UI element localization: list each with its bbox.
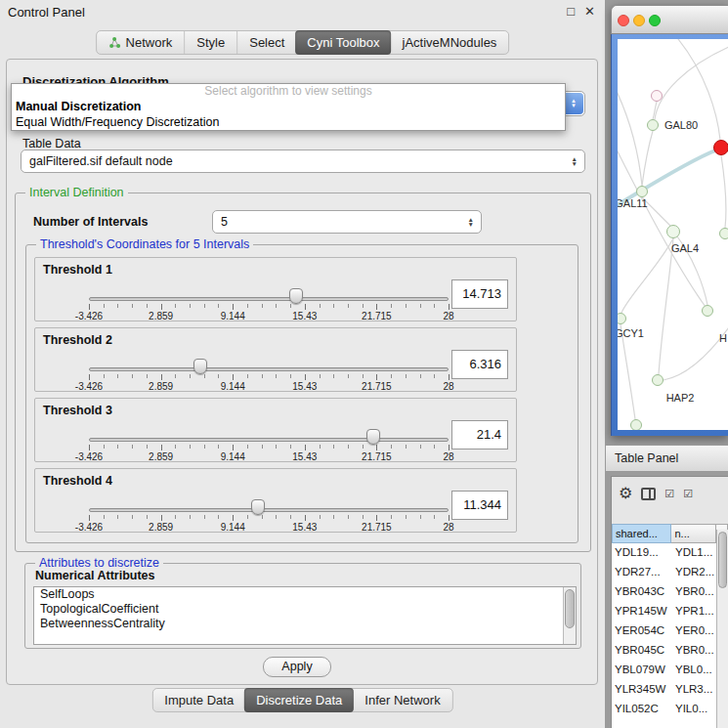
table-row[interactable]: YDR27... YDR2... (612, 563, 717, 582)
scale-label: 28 (443, 381, 453, 392)
table-row[interactable]: YPR145W YPR1... (612, 602, 717, 621)
network-node[interactable] (651, 90, 663, 102)
scale-label: 2.859 (149, 451, 173, 462)
table-cell-name: YER0... (672, 621, 717, 641)
top-tab-bar: NetworkStyleSelectCyni ToolboxjActiveMNo… (96, 30, 510, 55)
network-canvas[interactable]: GAL80GAL11GAL4GCY1HAP2H (618, 39, 728, 430)
zoom-traffic-icon[interactable] (649, 15, 661, 26)
tab-label: Discretize Data (256, 693, 342, 707)
number-of-intervals-label: Number of Intervals (33, 215, 148, 229)
network-node[interactable] (636, 186, 648, 197)
threshold-slider[interactable]: -3.4262.8599.14415.4321.71528 (89, 469, 449, 534)
stepper-down-icon: ▼ (468, 222, 474, 227)
tab-label: Network (126, 35, 173, 50)
close-traffic-icon[interactable] (618, 15, 629, 26)
slider-ticks (89, 304, 449, 311)
slider-thumb[interactable] (366, 429, 380, 445)
combo-stepper-icon[interactable]: ▲ ▼ (564, 93, 583, 114)
scrollbar-thumb[interactable] (565, 589, 575, 628)
algorithm-option[interactable]: Manual Discretization (12, 99, 565, 114)
table-row[interactable]: YER054C YER0... (612, 621, 717, 641)
combo-stepper-icon[interactable]: ▲ ▼ (572, 156, 578, 166)
tab-style[interactable]: Style (184, 31, 236, 54)
threshold-panel: Threshold 2 -3.4262.8599.14415.4321.7152… (34, 327, 517, 392)
threshold-slider[interactable]: -3.4262.8599.14415.4321.71528 (89, 258, 449, 322)
slider-scale: -3.4262.8599.14415.4321.71528 (89, 381, 449, 392)
scale-label: 9.144 (221, 522, 245, 533)
network-node[interactable] (630, 419, 642, 430)
select-column-checkbox-icon[interactable]: ☑ (683, 488, 693, 499)
table-column-headers: shared... n... (612, 524, 728, 543)
table-scrollbar[interactable] (716, 530, 728, 728)
table-row[interactable]: YBR045C YBR0... (612, 641, 717, 661)
slider-thumb[interactable] (289, 288, 303, 304)
tab-impute-data[interactable]: Impute Data (152, 689, 245, 711)
network-node[interactable] (702, 305, 713, 317)
threshold-value-field[interactable]: 14.713 (451, 279, 508, 309)
popup-options: Manual DiscretizationEqual Width/Frequen… (12, 99, 565, 130)
tab-select[interactable]: Select (236, 31, 296, 54)
threshold-value-field[interactable]: 21.4 (451, 420, 508, 450)
table-row[interactable]: YIL052C YIL0... (612, 700, 717, 719)
table-cell-name: YDL1... (672, 543, 717, 563)
slider-track[interactable] (89, 297, 449, 301)
network-node[interactable] (647, 119, 659, 131)
control-panel-window: Control Panel □ ✕ NetworkStyleSelectCyni… (0, 0, 605, 728)
table-row[interactable]: YDL19... YDL1... (612, 543, 717, 563)
tab-label: Style (196, 35, 225, 50)
gear-icon[interactable]: ⚙ (619, 486, 632, 501)
algorithm-option[interactable]: Equal Width/Frequency Discretization (12, 114, 565, 130)
slider-track[interactable] (89, 438, 449, 442)
attribute-item[interactable]: BetweennessCentrality (34, 617, 576, 631)
table-cell-name: YBR0... (672, 641, 717, 661)
network-window-titlebar[interactable] (611, 5, 728, 34)
table-data-combo[interactable]: galFiltered.sif default node ▲ ▼ (21, 150, 585, 173)
column-header-shared-name[interactable]: shared... (612, 524, 671, 543)
threshold-panel: Threshold 1 -3.4262.8599.14415.4321.7152… (34, 257, 517, 321)
table-cell-name: YPR1... (672, 602, 717, 621)
columns-icon[interactable] (641, 488, 656, 500)
scale-label: 2.859 (149, 522, 173, 533)
threshold-value-field[interactable]: 6.316 (451, 350, 508, 379)
attribute-item[interactable]: SelfLoops (34, 587, 576, 602)
slider-thumb[interactable] (251, 499, 265, 515)
network-node[interactable] (719, 228, 728, 239)
minimize-traffic-icon[interactable] (633, 15, 645, 26)
threshold-slider[interactable]: -3.4262.8599.14415.4321.71528 (89, 328, 449, 393)
network-node[interactable] (713, 140, 728, 155)
slider-track[interactable] (89, 508, 449, 512)
table-panel-title: Table Panel (615, 451, 678, 465)
scrollbar-thumb[interactable] (718, 532, 727, 588)
table-row[interactable]: YLR345W YLR3... (612, 680, 717, 700)
slider-track[interactable] (89, 367, 449, 371)
network-view-window: GAL80GAL11GAL4GCY1HAP2H (611, 5, 728, 436)
scale-label: 21.715 (362, 311, 392, 321)
threshold-slider[interactable]: -3.4262.8599.14415.4321.71528 (89, 399, 449, 463)
scale-label: 15.43 (292, 522, 317, 533)
thresholds-group-title: Threshold's Coordinates for 5 Intervals (36, 237, 253, 251)
attributes-scrollbar[interactable] (563, 587, 576, 644)
scale-label: 15.43 (292, 381, 317, 392)
threshold-value-field[interactable]: 11.344 (451, 491, 508, 520)
tab-label: Select (249, 35, 284, 50)
column-header-name[interactable]: n... (671, 524, 716, 543)
tab-cyni-toolbox[interactable]: Cyni Toolbox (295, 30, 391, 55)
tab-infer-network[interactable]: Infer Network (353, 689, 451, 711)
attribute-item[interactable]: TopologicalCoefficient (34, 602, 576, 617)
select-all-checkbox-icon[interactable]: ☑ (664, 488, 674, 499)
network-node[interactable] (652, 374, 664, 386)
number-of-intervals-combo[interactable]: 5 ▲ ▼ (212, 210, 482, 234)
tab-network[interactable]: Network (97, 31, 185, 54)
float-window-icon[interactable]: □ (567, 4, 575, 20)
table-row[interactable]: YBR043C YBR0... (612, 582, 717, 602)
combo-stepper-icon[interactable]: ▲ ▼ (468, 217, 474, 227)
network-node[interactable] (666, 225, 680, 238)
table-row[interactable]: YBL079W YBL0... (612, 661, 717, 680)
tab-discretize-data[interactable]: Discretize Data (244, 688, 354, 712)
tab-jactivemnodules[interactable]: jActiveMNodules (391, 31, 509, 54)
apply-button[interactable]: Apply (263, 657, 331, 677)
threshold-panel: Threshold 3 -3.4262.8599.14415.4321.7152… (34, 398, 517, 462)
slider-thumb[interactable] (193, 359, 207, 374)
close-window-icon[interactable]: ✕ (584, 4, 595, 20)
attributes-group: Attributes to discretize Numerical Attri… (24, 563, 581, 649)
